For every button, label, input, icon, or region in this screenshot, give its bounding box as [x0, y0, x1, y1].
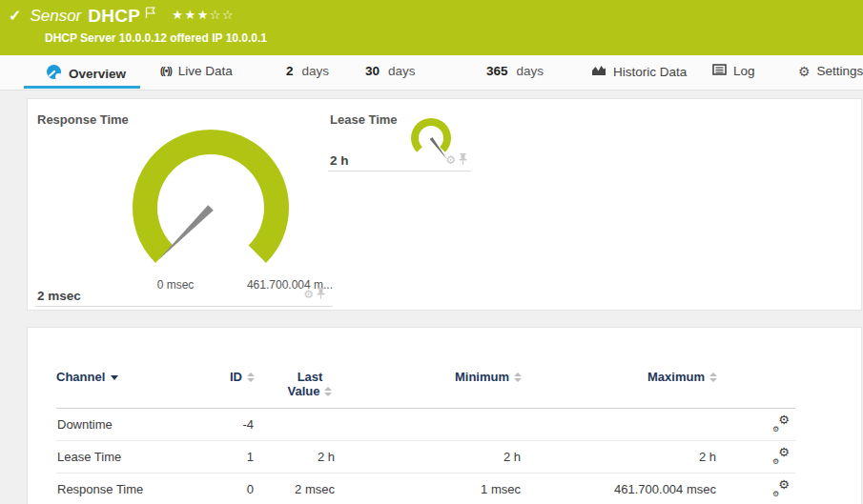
channel-settings-gears-icon[interactable]: ⚙⚙: [772, 480, 790, 495]
lease-time-gauge-widget: Lease Time 2 h ⚙: [328, 105, 471, 171]
column-header-channel-label: Channel: [56, 370, 105, 384]
response-time-gauge-min: 0 msec: [138, 278, 213, 292]
response-time-gauge-needle: [158, 205, 214, 260]
stars-empty-icon: ☆☆: [210, 8, 235, 22]
channel-minimum: 1 msec: [336, 474, 522, 504]
historic-chart-icon: [591, 64, 606, 79]
column-header-maximum[interactable]: Maximum: [522, 354, 717, 409]
tab-live-data-label: Live Data: [178, 64, 233, 78]
gauge-pin-icon[interactable]: [459, 151, 467, 169]
table-row-lease-time[interactable]: Lease Time 1 2 h 2 h 2 h ⚙⚙: [56, 441, 795, 474]
flag-icon[interactable]: [145, 6, 156, 23]
status-check-icon: ✓: [9, 6, 21, 27]
column-header-minimum[interactable]: Minimum: [336, 354, 522, 409]
gauge-icon: [46, 64, 62, 83]
gauge-settings-gear-icon[interactable]: ⚙: [303, 289, 314, 300]
column-header-minimum-label: Minimum: [455, 370, 509, 384]
live-data-icon: ((•)): [160, 66, 172, 76]
sort-icon: [324, 387, 332, 396]
tab-live-data[interactable]: ((•)) Live Data: [160, 64, 233, 78]
tab-historic-data-label: Historic Data: [613, 65, 687, 79]
channel-last-value: 2 h: [255, 441, 336, 474]
sensor-subtitle: DHCP Server 10.0.0.12 offered IP 10.0.0.…: [45, 31, 267, 45]
tab-365-days-label: days: [517, 64, 545, 78]
column-header-id-label: ID: [230, 370, 242, 384]
column-header-last-value-label: Last Value: [288, 370, 323, 398]
sort-icon: [709, 373, 717, 382]
table-row-response-time[interactable]: Response Time 0 2 msec 1 msec 461.700.00…: [56, 474, 795, 504]
tab-settings[interactable]: ⚙ Settings: [798, 64, 863, 78]
lease-time-current-value: 2 h: [330, 153, 349, 168]
column-header-actions: [717, 354, 795, 409]
priority-stars[interactable]: ★★★☆☆: [172, 6, 235, 25]
column-header-id[interactable]: ID: [218, 354, 255, 409]
channel-name[interactable]: Lease Time: [56, 441, 218, 474]
channel-maximum: [522, 409, 717, 441]
column-header-last-value[interactable]: Last Value: [255, 354, 336, 409]
tab-overview-label: Overview: [69, 67, 126, 81]
tab-30-days-number: 30: [365, 64, 380, 78]
tab-log[interactable]: Log: [712, 64, 755, 78]
tab-365-days-number: 365: [486, 64, 508, 78]
tab-bar: Overview ((•)) Live Data 2 days 30 days …: [0, 55, 863, 91]
channel-settings-gears-icon[interactable]: ⚙⚙: [772, 415, 790, 431]
channel-settings-gears-icon[interactable]: ⚙⚙: [772, 448, 790, 463]
response-time-gauge-widget: Response Time 0 msec 461.700.004 m... 2 …: [35, 105, 333, 307]
channel-maximum: 461.700.004 msec: [522, 474, 717, 504]
channel-id: 0: [218, 474, 255, 504]
tab-365-days[interactable]: 365 days: [486, 64, 544, 78]
sort-down-icon: [111, 375, 118, 380]
gauge-pin-icon[interactable]: [317, 286, 325, 303]
tab-log-label: Log: [733, 64, 755, 78]
channels-panel: Channel ID Last Value Minimum Maximum Do…: [27, 327, 862, 504]
channel-last-value: 2 msec: [255, 474, 336, 504]
column-header-maximum-label: Maximum: [647, 370, 705, 384]
tab-30-days[interactable]: 30 days: [365, 64, 416, 78]
column-header-channel[interactable]: Channel: [56, 354, 218, 409]
tab-2-days-label: days: [302, 64, 330, 78]
sensor-status-banner: ✓ Sensor DHCP ★★★☆☆ DHCP Server 10.0.0.1…: [0, 0, 863, 55]
tab-2-days-number: 2: [286, 64, 294, 78]
response-time-current-value: 2 msec: [37, 289, 81, 303]
channel-minimum: [336, 409, 522, 441]
tab-2-days[interactable]: 2 days: [286, 64, 329, 78]
channel-last-value: [255, 409, 336, 441]
sensor-type-label: Sensor: [30, 6, 81, 27]
sensor-name: DHCP: [88, 6, 140, 27]
sort-icon: [514, 373, 522, 382]
gauge-settings-gear-icon[interactable]: ⚙: [445, 154, 456, 166]
tab-overview[interactable]: Overview: [46, 64, 126, 83]
sort-icon: [247, 373, 255, 382]
channel-id: 1: [218, 441, 255, 474]
active-tab-indicator: [24, 86, 140, 89]
channels-table: Channel ID Last Value Minimum Maximum Do…: [56, 354, 795, 504]
tab-30-days-label: days: [388, 64, 416, 78]
channel-minimum: 2 h: [336, 441, 522, 474]
channel-name[interactable]: Downtime: [56, 409, 218, 441]
channel-id: -4: [218, 409, 255, 441]
gear-icon: ⚙: [798, 65, 811, 78]
gauges-panel: Response Time 0 msec 461.700.004 m... 2 …: [27, 98, 862, 311]
stars-filled-icon: ★★★: [172, 8, 209, 22]
lease-time-gauge-title: Lease Time: [330, 112, 398, 127]
table-header-row: Channel ID Last Value Minimum Maximum: [56, 354, 795, 409]
log-list-icon: [712, 64, 727, 78]
channel-name[interactable]: Response Time: [56, 474, 218, 504]
response-time-gauge: [115, 112, 306, 270]
tab-settings-label: Settings: [817, 64, 863, 78]
channel-maximum: 2 h: [522, 441, 717, 474]
tab-historic-data[interactable]: Historic Data: [591, 64, 687, 79]
table-row-downtime[interactable]: Downtime -4 ⚙⚙: [56, 409, 795, 441]
